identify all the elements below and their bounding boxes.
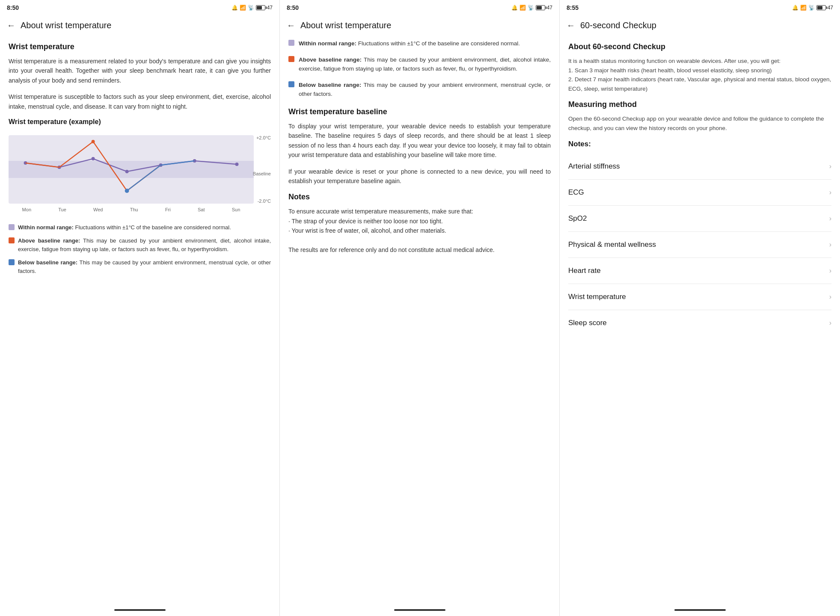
list-label-spo2: SpO2 <box>568 214 587 223</box>
measuring-text: Open the 60-second Checkup app on your w… <box>568 114 831 133</box>
svg-point-4 <box>125 170 129 173</box>
about-checkup-text: It is a health status monitoring functio… <box>568 56 831 93</box>
notes-title-p2: Notes <box>288 192 551 201</box>
svg-point-3 <box>92 157 95 160</box>
list-container: Arterial stiffness › ECG › SpO2 › Physic… <box>568 154 831 336</box>
list-item-arterial[interactable]: Arterial stiffness › <box>568 154 831 180</box>
content-3: About 60-second Checkup It is a health s… <box>560 36 840 606</box>
back-button-2[interactable]: ← <box>287 21 295 30</box>
nav-bar-2: ← About wrist temperature <box>280 15 559 36</box>
nav-bar-3: ← 60-second Checkup <box>560 15 840 36</box>
chevron-wellness: › <box>829 241 831 249</box>
legend-text-normal: Within normal range: Fluctuations within… <box>18 223 231 232</box>
back-button-3[interactable]: ← <box>567 21 575 30</box>
time-3: 8:55 <box>567 4 579 11</box>
day-sat: Sat <box>198 207 205 212</box>
content-2: Within normal range: Fluctuations within… <box>280 36 559 606</box>
bullet-normal: Within normal range: Fluctuations within… <box>288 39 551 48</box>
list-label-arterial: Arterial stiffness <box>568 162 620 171</box>
bullet-color-below <box>288 81 294 87</box>
list-item-spo2[interactable]: SpO2 › <box>568 206 831 232</box>
chevron-wristtemp: › <box>829 293 831 301</box>
bullet-above: Above baseline range: This may be caused… <box>288 55 551 74</box>
chevron-spo2: › <box>829 215 831 222</box>
home-indicator-3 <box>674 609 726 611</box>
chart-wrapper: +2.0°C Baseline -2.0°C <box>9 131 271 216</box>
battery-icon-3 <box>816 5 826 10</box>
nav-title-3: 60-second Checkup <box>580 21 656 30</box>
content-1: Wrist temperature Wrist temperature is a… <box>0 36 279 606</box>
legend-below: Below baseline range: This may be caused… <box>9 258 271 275</box>
chart-svg <box>9 135 254 204</box>
measuring-title: Measuring method <box>568 100 831 109</box>
notes-text-p2: To ensure accurate wrist temperature mea… <box>288 207 551 255</box>
chart-label-top: +2.0°C <box>256 135 271 140</box>
chevron-sleep: › <box>829 319 831 327</box>
svg-point-8 <box>92 140 95 143</box>
notes-section: Notes: <box>568 140 831 148</box>
bullet-below: Below baseline range: This may be caused… <box>288 80 551 99</box>
bullet-text-above: Above baseline range: This may be caused… <box>299 55 551 74</box>
chevron-arterial: › <box>829 163 831 170</box>
list-item-sleep[interactable]: Sleep score › <box>568 310 831 336</box>
day-thu: Thu <box>130 207 138 212</box>
legend-color-below <box>9 259 15 265</box>
list-label-wellness: Physical & mental wellness <box>568 240 656 249</box>
day-mon: Mon <box>22 207 31 212</box>
status-bar-3: 8:55 🔔 📶 📡 47 <box>560 0 840 15</box>
home-indicator-1 <box>114 609 166 611</box>
legend-normal: Within normal range: Fluctuations within… <box>9 223 271 232</box>
day-fri: Fri <box>165 207 171 212</box>
signal-icon: 📡 <box>248 5 254 11</box>
day-wed: Wed <box>93 207 103 212</box>
list-label-ecg: ECG <box>568 188 584 197</box>
about-checkup-title: About 60-second Checkup <box>568 42 831 51</box>
nav-bar-1: ← About wrist temperature <box>0 15 279 36</box>
time-2: 8:50 <box>287 4 299 11</box>
body-text-1b: Wrist temperature is susceptible to fact… <box>9 92 271 111</box>
day-tue: Tue <box>58 207 66 212</box>
baseline-text: To display your wrist temperature, your … <box>288 121 551 160</box>
list-label-sleep: Sleep score <box>568 319 607 327</box>
home-indicator-2 <box>394 609 445 611</box>
list-label-heartrate: Heart rate <box>568 267 601 275</box>
list-label-wristtemp: Wrist temperature <box>568 293 626 301</box>
signal-icon-2: 📡 <box>528 5 534 11</box>
battery-percent-3: 47 <box>828 5 833 11</box>
list-item-ecg[interactable]: ECG › <box>568 180 831 206</box>
status-bar-1: 8:50 🔔 📶 📡 47 <box>0 0 279 15</box>
list-item-wristtemp[interactable]: Wrist temperature › <box>568 284 831 310</box>
chart-title: Wrist temperature (example) <box>9 118 271 126</box>
svg-point-9 <box>125 189 129 193</box>
list-item-heartrate[interactable]: Heart rate › <box>568 258 831 284</box>
back-button-1[interactable]: ← <box>7 21 15 30</box>
bullet-text-normal: Within normal range: Fluctuations within… <box>299 39 520 48</box>
nav-title-1: About wrist temperature <box>21 21 111 30</box>
chart-label-mid: Baseline <box>253 171 271 176</box>
vibrate-icon-2: 🔔 <box>511 5 518 11</box>
chart-label-bot: -2.0°C <box>258 198 271 204</box>
battery-icon-2 <box>536 5 545 10</box>
time-1: 8:50 <box>7 4 19 11</box>
legend-color-normal <box>9 224 15 230</box>
wifi-icon-2: 📶 <box>519 5 526 11</box>
day-sun: Sun <box>232 207 240 212</box>
list-item-wellness[interactable]: Physical & mental wellness › <box>568 232 831 258</box>
vibrate-icon-3: 🔔 <box>792 5 798 11</box>
status-icons-1: 🔔 📶 📡 47 <box>232 5 273 11</box>
legend-above: Above baseline range: This may be caused… <box>9 237 271 253</box>
wifi-icon: 📶 <box>240 5 246 11</box>
body-text-1a: Wrist temperature is a measurement relat… <box>9 56 271 85</box>
wifi-icon-3: 📶 <box>800 5 807 11</box>
signal-icon-3: 📡 <box>808 5 815 11</box>
chevron-heartrate: › <box>829 267 831 275</box>
panel-3: 8:55 🔔 📶 📡 47 ← 60-second Checkup About … <box>560 0 840 616</box>
status-icons-2: 🔔 📶 📡 47 <box>511 5 552 11</box>
svg-rect-0 <box>9 161 254 178</box>
status-bar-2: 8:50 🔔 📶 📡 47 <box>280 0 559 15</box>
chevron-ecg: › <box>829 189 831 196</box>
bullet-text-below: Below baseline range: This may be caused… <box>299 80 551 99</box>
battery-percent-1: 47 <box>267 5 273 11</box>
status-icons-3: 🔔 📶 📡 47 <box>792 5 833 11</box>
bullet-color-above <box>288 56 294 62</box>
